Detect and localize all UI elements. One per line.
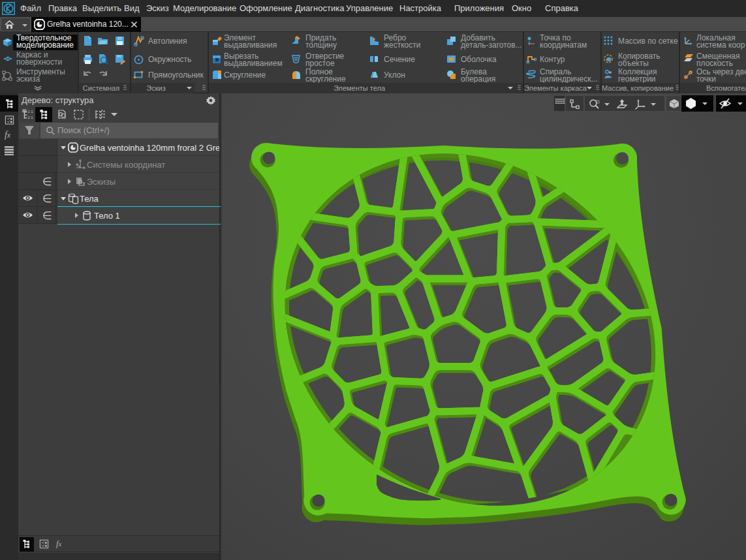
svg-text:1 11: 1 11 bbox=[28, 110, 34, 114]
svg-text:2 12: 2 12 bbox=[28, 116, 34, 119]
